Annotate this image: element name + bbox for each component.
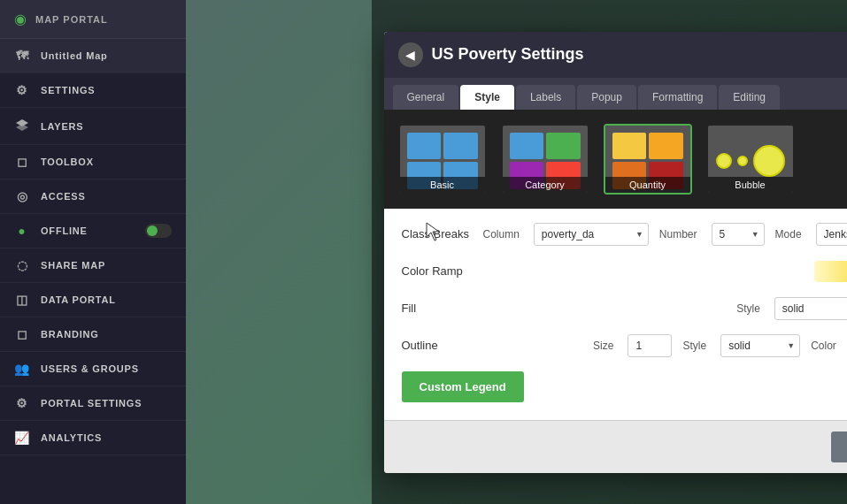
color-ramp-label: Color Ramp bbox=[402, 264, 473, 278]
outline-size-input[interactable] bbox=[628, 334, 672, 357]
fill-style-select[interactable]: solid dashed dotted bbox=[774, 297, 847, 320]
thumb-label-category: Category bbox=[503, 177, 588, 193]
sidebar-item-offline[interactable]: ● OFFLINE bbox=[0, 214, 186, 248]
custom-legend-container: Custom Legend bbox=[402, 371, 848, 406]
thumb-cell bbox=[649, 133, 683, 160]
outline-row: Outline Size Style solid dashed dotted bbox=[402, 334, 848, 357]
sidebar-item-label: BRANDING bbox=[41, 329, 99, 340]
sidebar-item-users-groups[interactable]: 👥 USERS & GROUPS bbox=[0, 352, 186, 386]
modal-body: Basic Category bbox=[384, 110, 848, 420]
mode-label: Mode bbox=[775, 228, 802, 241]
style-basic[interactable]: Basic bbox=[398, 124, 487, 195]
sidebar-item-label: SHARE MAP bbox=[41, 260, 105, 271]
toolbox-icon: ◻ bbox=[14, 155, 30, 169]
modal-header: ◀ US Poverty Settings ✕ bbox=[384, 32, 848, 78]
users-icon: 👥 bbox=[14, 362, 30, 376]
sidebar-item-toolbox[interactable]: ◻ TOOLBOX bbox=[0, 145, 186, 179]
fill-style-label: Style bbox=[736, 302, 760, 315]
offline-toggle[interactable] bbox=[145, 224, 172, 238]
map-portal-icon: ◉ bbox=[14, 11, 27, 27]
sidebar-item-settings[interactable]: ⚙ SETTINGS bbox=[0, 73, 186, 108]
layers-icon bbox=[14, 118, 30, 134]
back-button[interactable]: ◀ bbox=[398, 42, 423, 67]
share-icon: ◌ bbox=[14, 258, 30, 272]
tab-formatting[interactable]: Formatting bbox=[638, 85, 717, 110]
bubble-large bbox=[753, 145, 785, 177]
outline-size-label: Size bbox=[593, 340, 613, 352]
sidebar-item-share-map[interactable]: ◌ SHARE MAP bbox=[0, 248, 186, 283]
modal-tabs: General Style Labels Popup Formatting Ed… bbox=[384, 78, 848, 110]
outline-style-label: Style bbox=[682, 340, 706, 352]
tab-editing[interactable]: Editing bbox=[719, 85, 780, 110]
settings-section: Class Breaks Column poverty_da Number 5 bbox=[384, 209, 848, 420]
sidebar-item-untitled-map[interactable]: 🗺 Untitled Map bbox=[0, 39, 186, 73]
column-select[interactable]: poverty_da bbox=[534, 223, 649, 246]
mode-select-wrap: Jenks Equal Interval Quantile Standard D… bbox=[816, 223, 847, 246]
analytics-icon: 📈 bbox=[14, 431, 30, 445]
tab-style[interactable]: Style bbox=[460, 85, 514, 110]
data-portal-icon: ◫ bbox=[14, 293, 30, 307]
sidebar-top[interactable]: ◉ MAP PORTAL bbox=[0, 0, 186, 39]
thumb-label-bubble: Bubble bbox=[708, 177, 793, 193]
sidebar-item-label: ANALYTICS bbox=[41, 432, 102, 443]
sidebar-item-branding[interactable]: ◻ BRANDING bbox=[0, 317, 186, 352]
sidebar-item-label: ACCESS bbox=[41, 191, 86, 202]
style-quantity[interactable]: Quantity bbox=[604, 124, 692, 195]
thumb-cell bbox=[612, 133, 647, 160]
modal-overlay: ◀ US Poverty Settings ✕ General Style La… bbox=[372, 0, 847, 504]
bubble-tiny bbox=[737, 156, 748, 166]
sidebar-item-analytics[interactable]: 📈 ANALYTICS bbox=[0, 421, 186, 455]
offline-icon: ● bbox=[14, 224, 30, 238]
outline-style-select[interactable]: solid dashed dotted bbox=[720, 334, 800, 357]
style-category[interactable]: Category bbox=[501, 124, 589, 195]
outline-label: Outline bbox=[402, 339, 473, 352]
number-select[interactable]: 5 bbox=[712, 223, 765, 246]
style-thumbnails: Basic Category bbox=[384, 110, 848, 209]
sidebar-item-portal-settings[interactable]: ⚙ PORTAL SETTINGS bbox=[0, 386, 186, 421]
column-select-wrap: poverty_da bbox=[534, 223, 649, 246]
tab-labels[interactable]: Labels bbox=[516, 85, 575, 110]
class-breaks-label: Class Breaks bbox=[402, 227, 473, 241]
thumb-label-basic: Basic bbox=[400, 177, 485, 193]
svg-marker-1 bbox=[16, 124, 28, 131]
style-bubble[interactable]: Bubble bbox=[706, 124, 795, 195]
sidebar-item-access[interactable]: ◎ ACCESS bbox=[0, 179, 186, 214]
settings-modal: ◀ US Poverty Settings ✕ General Style La… bbox=[384, 32, 848, 473]
sidebar-item-label: LAYERS bbox=[41, 121, 83, 132]
gear-icon: ⚙ bbox=[14, 83, 30, 97]
thumb-cell bbox=[546, 133, 581, 160]
custom-legend-button[interactable]: Custom Legend bbox=[402, 371, 524, 402]
thumb-cell bbox=[510, 133, 544, 160]
class-breaks-row: Class Breaks Column poverty_da Number 5 bbox=[402, 223, 848, 246]
color-ramp-row: Color Ramp bbox=[402, 260, 848, 283]
thumb-cell bbox=[407, 133, 442, 160]
color-ramp-swatch[interactable] bbox=[814, 261, 848, 282]
bubble-small bbox=[716, 153, 732, 169]
thumb-cell bbox=[443, 133, 478, 160]
sidebar-item-label: USERS & GROUPS bbox=[41, 363, 139, 374]
thumb-label-quantity: Quantity bbox=[605, 177, 690, 193]
tab-general[interactable]: General bbox=[393, 85, 459, 110]
outline-style-select-wrap: solid dashed dotted bbox=[720, 334, 800, 357]
number-label: Number bbox=[659, 228, 697, 241]
number-select-wrap: 5 bbox=[712, 223, 765, 246]
sidebar-item-layers[interactable]: LAYERS bbox=[0, 108, 186, 145]
sidebar: ◉ MAP PORTAL 🗺 Untitled Map ⚙ SETTINGS L… bbox=[0, 0, 186, 504]
sidebar-item-label: SETTINGS bbox=[41, 85, 95, 95]
map-icon: 🗺 bbox=[14, 49, 30, 63]
color-ramp-controls bbox=[814, 260, 848, 283]
column-label: Column bbox=[483, 228, 520, 241]
access-icon: ◎ bbox=[14, 189, 30, 203]
tab-popup[interactable]: Popup bbox=[577, 85, 636, 110]
sidebar-item-label: PORTAL SETTINGS bbox=[41, 398, 142, 409]
sidebar-item-data-portal[interactable]: ◫ DATA PORTAL bbox=[0, 283, 186, 317]
cancel-button[interactable]: CANCEL bbox=[831, 431, 847, 462]
modal-title: US Poverty Settings bbox=[432, 45, 848, 64]
outline-color-label: Color bbox=[811, 340, 836, 352]
sidebar-item-label: OFFLINE bbox=[41, 225, 88, 236]
fill-label: Fill bbox=[402, 302, 473, 315]
main-area: ◀ US Poverty Settings ✕ General Style La… bbox=[186, 0, 847, 504]
mode-select[interactable]: Jenks Equal Interval Quantile Standard D… bbox=[816, 223, 847, 246]
modal-footer: CANCEL SAVE bbox=[384, 420, 848, 473]
back-icon: ◀ bbox=[405, 48, 415, 62]
